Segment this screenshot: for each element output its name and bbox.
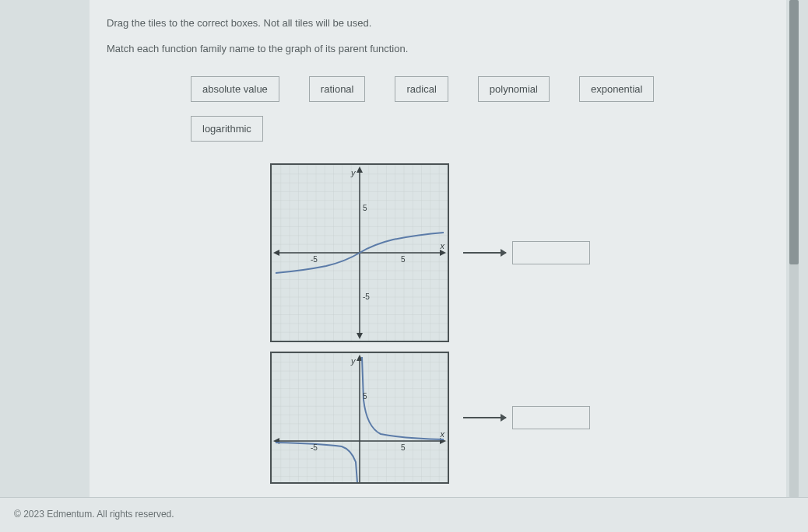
- tile-radical[interactable]: radical: [395, 76, 448, 102]
- copyright-text: © 2023 Edmentum. All rights reserved.: [14, 509, 174, 520]
- question-panel: Drag the tiles to the correct boxes. Not…: [90, 0, 786, 497]
- graph-row-2: y x 5 -5 5: [270, 352, 769, 484]
- graph-row-1: y x 5 -5 -5 5: [270, 163, 769, 342]
- footer: © 2023 Edmentum. All rights reserved.: [0, 497, 808, 532]
- y-axis-label-2: y: [351, 356, 356, 366]
- tile-exponential[interactable]: exponential: [579, 76, 655, 102]
- instruction-secondary: Match each function family name to the g…: [107, 43, 769, 54]
- x-tick-neg5: -5: [311, 255, 318, 264]
- arrow-icon: [463, 252, 506, 254]
- tiles-row-2: logarithmic: [191, 116, 769, 142]
- scroll-thumb[interactable]: [789, 0, 799, 264]
- graph-cube-root: y x 5 -5 -5 5: [270, 163, 449, 342]
- tile-rational[interactable]: rational: [309, 76, 366, 102]
- y-axis-label: y: [351, 168, 356, 177]
- drop-zone-1[interactable]: [512, 241, 590, 264]
- graphs-section: y x 5 -5 -5 5: [270, 163, 769, 484]
- graph-svg-2: [272, 353, 448, 482]
- instruction-primary: Drag the tiles to the correct boxes. Not…: [107, 17, 769, 29]
- arrow-icon: [463, 417, 506, 418]
- tile-polynomial[interactable]: polynomial: [478, 76, 550, 102]
- x-tick-pos5: 5: [401, 255, 406, 264]
- x-axis-label-2: x: [441, 429, 445, 439]
- x-tick-neg5-2: -5: [311, 443, 318, 452]
- scrollbar-vertical[interactable]: [789, 0, 799, 498]
- y-tick-pos5-2: 5: [363, 392, 367, 401]
- drop-zone-2[interactable]: [512, 406, 590, 429]
- tiles-row-1: absolute value rational radical polynomi…: [191, 76, 769, 102]
- tile-logarithmic[interactable]: logarithmic: [191, 116, 263, 142]
- x-axis-label: x: [441, 241, 445, 250]
- graph-reciprocal: y x 5 -5 5: [270, 352, 449, 484]
- graph-svg-1: [272, 165, 448, 341]
- tile-absolute-value[interactable]: absolute value: [191, 76, 279, 102]
- y-tick-neg5: -5: [363, 292, 370, 301]
- y-tick-pos5: 5: [363, 204, 367, 212]
- x-tick-pos5-2: 5: [401, 443, 406, 452]
